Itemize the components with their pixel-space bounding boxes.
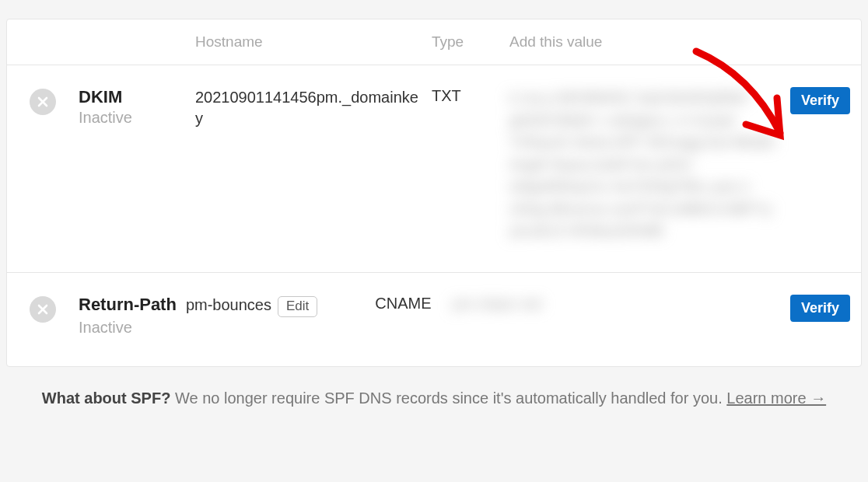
table-header-row: Hostname Type Add this value — [7, 19, 861, 65]
dns-records-card: Hostname Type Add this value DKIM Inacti… — [6, 19, 862, 367]
table-row: DKIM Inactive 20210901141456pm._domainke… — [7, 65, 861, 273]
status-inactive-icon — [30, 89, 56, 115]
footer-lead: What about SPF? — [42, 389, 171, 407]
header-hostname: Hostname — [195, 33, 432, 51]
status-inactive-icon — [30, 296, 56, 323]
record-name: DKIM — [79, 87, 195, 107]
record-type: TXT — [432, 87, 461, 104]
verify-button[interactable]: Verify — [790, 295, 850, 322]
footer-text: We no longer require SPF DNS records sin… — [175, 389, 723, 407]
hostname-value: pm-bounces — [186, 295, 271, 316]
record-name: Return-Path — [79, 295, 177, 315]
edit-button[interactable]: Edit — [278, 296, 317, 317]
hostname-value: 20210901141456pm._domainkey — [195, 89, 418, 127]
record-type: CNAME — [375, 295, 431, 312]
verify-button[interactable]: Verify — [790, 87, 850, 114]
dns-value-obfuscated: k rsa p MIGfMA0G SqGSIb3DQEBA gNADCBiQK … — [509, 87, 779, 243]
header-type: Type — [432, 33, 509, 51]
dns-value-obfuscated: pm mtasv net — [453, 295, 541, 313]
table-row: Return-Path pm-bounces Edit Inactive CNA… — [7, 273, 861, 366]
record-status: Inactive — [79, 319, 317, 337]
spf-footer-note: What about SPF? We no longer require SPF… — [6, 386, 862, 410]
learn-more-link[interactable]: Learn more → — [726, 389, 826, 407]
record-status: Inactive — [79, 109, 195, 127]
header-value: Add this value — [509, 33, 786, 51]
